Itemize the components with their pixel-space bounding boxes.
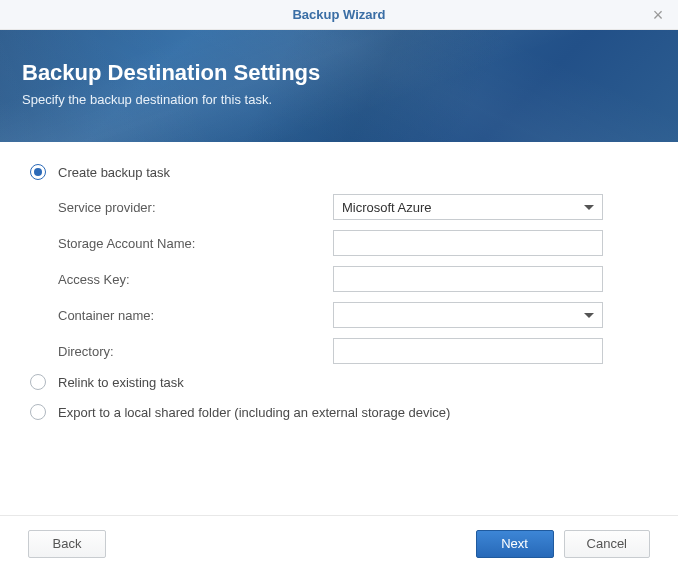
fields-group: Service provider: Microsoft Azure Storag… [30, 194, 648, 364]
option-label-create: Create backup task [58, 165, 170, 180]
field-row-directory: Directory: [58, 338, 648, 364]
close-button[interactable]: × [650, 7, 666, 23]
label-container-name: Container name: [58, 308, 333, 323]
select-container-name[interactable] [333, 302, 603, 328]
select-service-provider[interactable]: Microsoft Azure [333, 194, 603, 220]
input-access-key[interactable] [333, 266, 603, 292]
page-title: Backup Destination Settings [22, 60, 656, 86]
input-directory[interactable] [333, 338, 603, 364]
option-export[interactable]: Export to a local shared folder (includi… [30, 404, 648, 420]
select-service-provider-value: Microsoft Azure [342, 200, 432, 215]
close-icon: × [653, 6, 664, 24]
label-service-provider: Service provider: [58, 200, 333, 215]
radio-create-backup[interactable] [30, 164, 46, 180]
chevron-down-icon [584, 313, 594, 318]
banner: Backup Destination Settings Specify the … [0, 30, 678, 142]
option-label-export: Export to a local shared folder (includi… [58, 405, 450, 420]
label-storage-account: Storage Account Name: [58, 236, 333, 251]
field-row-storage-account: Storage Account Name: [58, 230, 648, 256]
radio-relink[interactable] [30, 374, 46, 390]
radio-export[interactable] [30, 404, 46, 420]
option-create-backup[interactable]: Create backup task [30, 164, 648, 180]
field-row-access-key: Access Key: [58, 266, 648, 292]
content-area: Create backup task Service provider: Mic… [0, 142, 678, 444]
back-button[interactable]: Back [28, 530, 106, 558]
chevron-down-icon [584, 205, 594, 210]
field-row-service-provider: Service provider: Microsoft Azure [58, 194, 648, 220]
label-access-key: Access Key: [58, 272, 333, 287]
option-relink[interactable]: Relink to existing task [30, 374, 648, 390]
next-button[interactable]: Next [476, 530, 554, 558]
footer: Back Next Cancel [0, 515, 678, 571]
input-storage-account[interactable] [333, 230, 603, 256]
label-directory: Directory: [58, 344, 333, 359]
field-row-container-name: Container name: [58, 302, 648, 328]
cancel-button[interactable]: Cancel [564, 530, 650, 558]
window-title: Backup Wizard [292, 7, 385, 22]
window-titlebar: Backup Wizard × [0, 0, 678, 30]
page-subtitle: Specify the backup destination for this … [22, 92, 656, 107]
option-label-relink: Relink to existing task [58, 375, 184, 390]
